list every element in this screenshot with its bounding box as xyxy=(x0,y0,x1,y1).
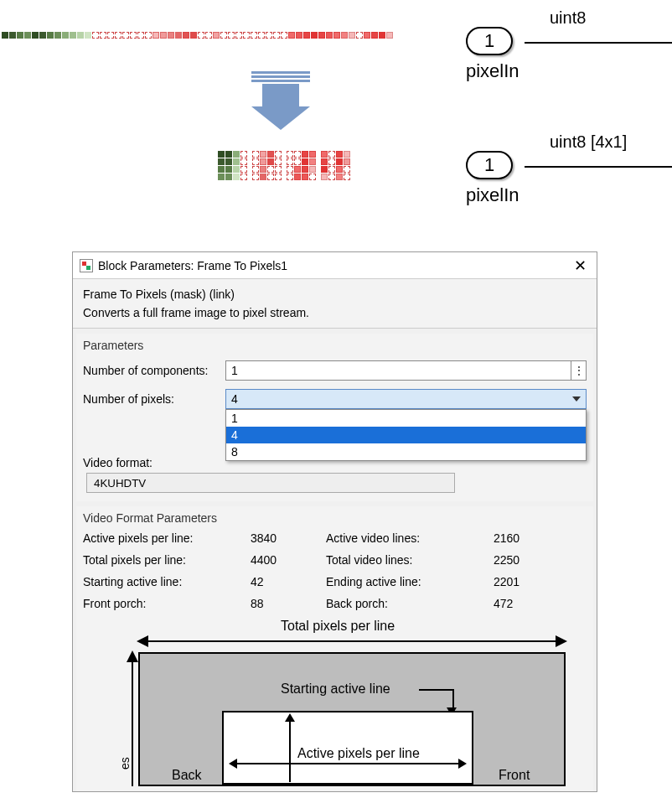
video-format-parameters-group: Video Format Parameters Active pixels pe… xyxy=(76,506,593,792)
mask-title: Frame To Pixels (mask) (link) xyxy=(83,288,587,301)
video-format-field[interactable] xyxy=(86,473,455,493)
port-name-label: pixelIn xyxy=(466,60,520,82)
simulink-icon xyxy=(80,259,93,272)
mask-description: Converts a full frame image to pixel str… xyxy=(83,306,587,319)
sal-value: 42 xyxy=(251,575,309,588)
mask-header: Frame To Pixels (mask) (link) Converts a… xyxy=(73,279,597,329)
fd-back-label: Back xyxy=(172,768,202,783)
eal-value: 2201 xyxy=(494,575,552,588)
fd-v-arrow xyxy=(132,652,133,786)
pixel-stream-diagram: uint8 1 pixelIn uint8 [4x1] 1 pixelIn xyxy=(0,0,672,235)
pixel-strip-1x xyxy=(2,32,394,39)
num-pixels-option-1[interactable]: 1 xyxy=(226,410,586,427)
fd-sal-arrow xyxy=(419,689,452,691)
avl-value: 2160 xyxy=(494,531,552,545)
bp-label: Back porch: xyxy=(326,597,477,610)
fp-value: 88 xyxy=(251,597,309,610)
inport-badge: 1 xyxy=(466,27,513,55)
inport-pixelin-1: uint8 1 pixelIn xyxy=(466,27,513,64)
fd-starting-active-line-label: Starting active line xyxy=(281,681,390,697)
inport-pixelin-4x1: uint8 [4x1] 1 pixelIn xyxy=(466,151,513,188)
video-format-label: Video format: xyxy=(83,456,225,469)
inport-badge: 1 xyxy=(466,151,513,179)
fd-active-pixels-label: Active pixels per line xyxy=(297,746,420,761)
dialog-titlebar: Block Parameters: Frame To Pixels1 ✕ xyxy=(73,252,597,279)
dialog-title: Block Parameters: Frame To Pixels1 xyxy=(98,259,287,272)
appl-value: 3840 xyxy=(251,531,309,545)
tppl-value: 4400 xyxy=(251,553,309,567)
fd-h-arrow xyxy=(138,640,566,642)
num-pixels-selected: 4 xyxy=(231,392,238,406)
num-components-input[interactable] xyxy=(225,360,571,381)
appl-label: Active pixels per line: xyxy=(83,531,234,545)
fd-inner-varrow xyxy=(289,715,291,782)
block-parameters-dialog: Block Parameters: Frame To Pixels1 ✕ Fra… xyxy=(72,251,597,792)
tvl-value: 2250 xyxy=(494,553,552,567)
video-frame-diagram: Total pixels per line Starting active li… xyxy=(88,619,582,786)
fd-es-label: es xyxy=(118,757,132,770)
tvl-label: Total video lines: xyxy=(326,553,477,567)
fd-front-label: Front xyxy=(499,768,530,783)
close-button[interactable]: ✕ xyxy=(571,256,590,275)
vfp-label: Video Format Parameters xyxy=(83,511,587,525)
fp-label: Front porch: xyxy=(83,597,234,610)
num-pixels-combo[interactable]: 4 1 4 8 xyxy=(225,389,587,409)
signal-line xyxy=(525,166,672,168)
num-pixels-option-8[interactable]: 8 xyxy=(226,443,586,460)
fd-total-pixels-label: Total pixels per line xyxy=(281,619,395,634)
port-type-label: uint8 xyxy=(550,8,586,28)
num-pixels-row: Number of pixels: 4 1 4 8 xyxy=(83,389,587,409)
fd-appl-arrow xyxy=(230,763,465,764)
signal-line xyxy=(525,42,672,44)
parameters-label: Parameters xyxy=(83,339,587,352)
avl-label: Active video lines: xyxy=(326,531,477,545)
eal-label: Ending active line: xyxy=(326,575,477,588)
port-name-label: pixelIn xyxy=(466,184,520,206)
bp-value: 472 xyxy=(494,597,552,610)
port-type-label: uint8 [4x1] xyxy=(550,132,627,152)
num-components-row: Number of components: ⋮ xyxy=(83,360,587,381)
num-pixels-option-4[interactable]: 4 xyxy=(226,427,586,443)
num-pixels-label: Number of pixels: xyxy=(83,392,225,406)
pixel-strip-4x xyxy=(218,151,351,181)
parameters-group: Parameters Number of components: ⋮ Numbe… xyxy=(76,334,593,501)
num-components-more-button[interactable]: ⋮ xyxy=(571,360,587,381)
chevron-down-icon xyxy=(572,396,581,402)
num-components-label: Number of components: xyxy=(83,364,225,377)
num-pixels-dropdown: 1 4 8 xyxy=(225,409,587,461)
tppl-label: Total pixels per line: xyxy=(83,553,234,567)
arrow-down-icon xyxy=(251,71,310,130)
sal-label: Starting active line: xyxy=(83,575,234,588)
